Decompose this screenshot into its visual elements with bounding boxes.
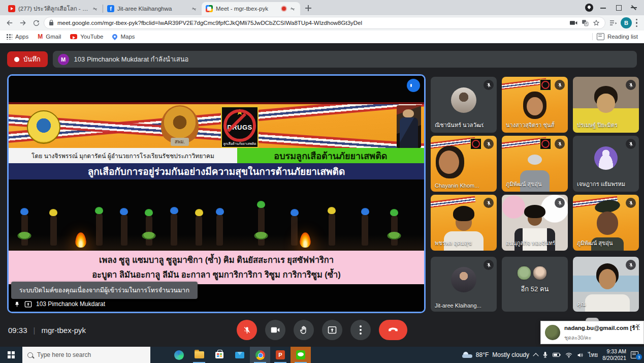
more-options-icon [360,325,362,335]
mic-toggle-button[interactable] [237,320,257,340]
language-indicator[interactable]: ไทย [588,350,598,359]
school-emblem-icon [27,110,60,144]
prohibition-ring-icon [223,109,256,142]
tab-meet-active[interactable]: Meet - mgr-tbex-pyk [202,2,300,15]
participant-tile[interactable]: นางสาวสุจิตรา ชุ่นสั้น [502,77,568,133]
participant-tile[interactable]: ณิชานันทร์ นวลวัฒน์ [431,77,497,133]
browser-toolbar: meet.google.com/mgr-tbex-pyk?fbclid=IwAR… [0,15,644,31]
new-tab-button[interactable] [302,2,314,14]
meet-favicon [206,5,213,12]
weather-temp: 88°F [476,351,489,358]
tray-expand-icon[interactable] [533,353,538,358]
address-bar[interactable]: meet.google.com/mgr-tbex-pyk?fbclid=IwAR… [44,17,605,29]
tray-battery-icon[interactable] [553,352,561,357]
bookmark-apps[interactable]: Apps [6,34,28,40]
camera-in-use-icon[interactable] [570,20,577,26]
bookmark-star-icon[interactable] [593,19,600,26]
tab-close-icon[interactable] [190,5,198,12]
reading-list-button[interactable]: Reading list [597,33,638,40]
tab-facebook[interactable]: f Jit-aree Klaihanghwa [103,2,202,15]
tab-youtube[interactable]: (277) ประวัติลูกเสือโลก - YouTube [4,2,103,15]
taskbar-search[interactable]: Type here to search [22,347,150,363]
presentation-subtitle: ลูกเสือกับการอยู่ร่วมกันอย่างมีความสุขใน… [9,163,424,179]
reload-icon[interactable] [30,17,42,28]
participant-name: Jit-aree Klaihang... [435,302,484,309]
dancer-figure [391,215,398,246]
file-explorer-icon [195,351,204,358]
raise-hand-button[interactable] [294,320,314,340]
dancer-figure [196,215,202,246]
taskbar-clock[interactable]: 9:33 AM 8/20/2021 [602,348,626,361]
participant-tile[interactable]: Jit-aree Klaihang... [431,257,497,312]
tab-close-icon[interactable] [289,5,296,12]
window-maximize-button[interactable] [614,3,624,13]
action-center-button[interactable]: 3 [631,351,641,359]
taskbar-file-explorer[interactable] [189,347,209,363]
participant-tile[interactable]: พชรพล อุดมสุข [431,195,497,251]
mail-icon [235,352,244,358]
participant-tile[interactable]: อนนุกูลกิจ ทองจันทร์ [502,195,568,251]
bookmark-gmail[interactable]: M Gmail [38,34,61,40]
back-icon[interactable] [4,17,15,28]
profile-avatar[interactable]: B [621,17,632,28]
presenting-box-icon [24,301,32,308]
notification-close-icon[interactable]: ✕ [635,323,640,329]
side-panel-icon[interactable] [607,17,619,28]
dancer-figure [258,207,265,246]
taskbar-chrome[interactable] [250,347,270,363]
window-close-button[interactable] [629,3,639,13]
participant-name: พชรพล อุดมสุข [435,238,484,248]
start-button[interactable] [0,347,22,363]
present-button[interactable] [322,320,342,340]
browser-menu-icon[interactable] [636,19,638,27]
participant-tile[interactable]: ภูมิพัฒน์ สุขอุ่น [502,136,568,192]
taskbar-edge[interactable] [169,347,189,363]
extension-icon[interactable] [585,4,593,12]
taskbar-line[interactable] [291,347,311,363]
bookmark-youtube[interactable]: YouTube [70,34,103,40]
participant-tile[interactable]: อีก 52 คน [502,257,568,312]
tab-close-icon[interactable] [91,5,99,12]
presentation-tile[interactable]: สพม. DRUGS ลูกเสือต้านภัยยาเสพติด โดย นา… [7,74,426,313]
bookmark-maps[interactable]: Maps [112,34,135,40]
maps-pin-icon [111,33,118,40]
audio-level-indicator [407,79,420,92]
participant-tile[interactable]: เจษฎากร แย้มพรหม [573,136,639,192]
cloud-icon [462,352,472,358]
chat-notification[interactable]: nadang.bu@gmail.com [ร้า... ชุดละ30/คะ ✕ [540,321,644,344]
url-text: meet.google.com/mgr-tbex-pyk?fbclid=IwAR… [57,20,566,26]
translate-icon[interactable] [582,19,589,26]
mic-off-icon [484,80,494,90]
mic-off-icon [626,80,636,90]
taskbar-mail[interactable] [230,347,250,363]
king-portrait [397,105,421,148]
tray-wifi-icon[interactable] [565,352,572,358]
mic-off-icon [626,198,636,208]
dancer-figure [216,214,223,246]
participants-grid: ณิชานันทร์ นวลวัฒน์นางสาวสุจิตรา ชุ่นสั้… [431,77,640,313]
presentation-title: อบรมลูกเสือต้านภัยยาเสพติด [237,148,424,163]
camera-toggle-button[interactable] [265,320,285,340]
window-minimize-button[interactable] [598,3,608,13]
record-button[interactable]: บันทึก [7,51,48,67]
tray-volume-icon[interactable] [577,352,584,358]
lyrics-line: เพลง ซูลู แซมบาลู ซูลูมาซิกา (ซ้ำ) คิม ด… [9,253,424,267]
anti-drugs-logo: DRUGS ลูกเสือต้านภัยยาเสพติด [221,106,259,148]
clock-time: 9:33 AM [602,348,626,355]
taskbar-store[interactable] [209,347,230,363]
notification-handle [586,318,599,321]
end-call-button[interactable] [379,320,407,340]
participant-tile[interactable]: คุณ [573,257,639,312]
notification-avatar [545,325,560,340]
taskbar-powerpoint[interactable]: P [270,347,291,363]
participant-name: ปรเมษฐ์ ปิยะมิตร [577,120,626,130]
forward-icon[interactable] [17,17,28,28]
more-options-button[interactable] [350,320,371,340]
participant-tile[interactable]: ภูมิพัฒน์ สุขอุ่น [573,195,639,251]
participant-tile[interactable]: ปรเมษฐ์ ปิยะมิตร [573,77,639,133]
dancer-figure [362,214,368,246]
facebook-favicon: f [107,5,114,12]
weather-widget[interactable]: 88°F Mostly cloudy [462,351,529,358]
tray-mic-icon[interactable] [542,351,548,358]
participant-tile[interactable]: Chayanin Khom... [431,136,497,192]
